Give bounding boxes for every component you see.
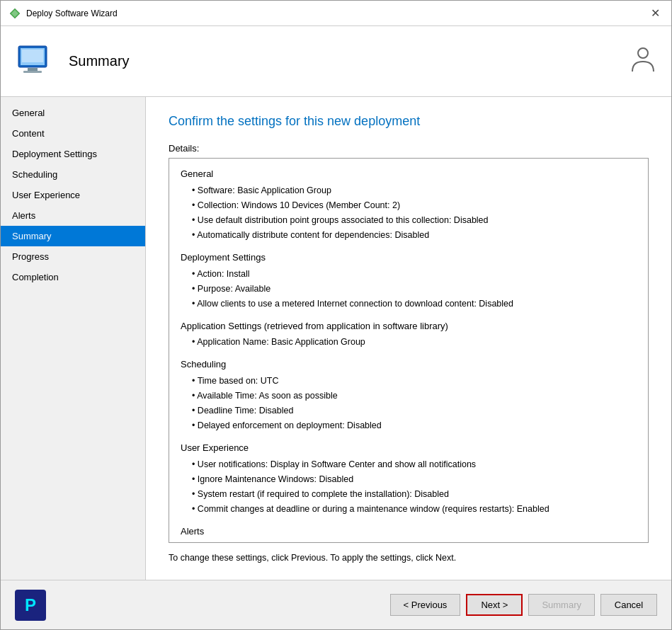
list-item: Application Name: Basic Application Grou… <box>192 335 637 349</box>
list-item: System restart (if required to complete … <box>192 487 637 501</box>
sidebar-item-progress[interactable]: Progress <box>1 246 145 267</box>
sidebar-item-content[interactable]: Content <box>1 123 145 144</box>
list-item: Software: Basic Application Group <box>192 183 637 197</box>
bottom-logo-area: P <box>15 590 46 621</box>
section-list-general: Software: Basic Application Group Collec… <box>181 183 637 242</box>
title-bar-left: Deploy Software Wizard <box>9 8 118 19</box>
list-item: Purpose: Available <box>192 282 637 296</box>
footer-note: To change these settings, click Previous… <box>169 553 649 563</box>
main-title: Confirm the settings for this new deploy… <box>169 114 649 129</box>
svg-rect-4 <box>22 50 43 62</box>
sidebar: General Content Deployment Settings Sche… <box>1 97 146 580</box>
sidebar-item-scheduling[interactable]: Scheduling <box>1 164 145 185</box>
section-title-app-settings: Application Settings (retrieved from app… <box>181 319 637 334</box>
list-item: Available Time: As soon as possible <box>192 389 637 403</box>
section-title-deployment: Deployment Settings <box>181 251 637 265</box>
details-label: Details: <box>169 143 649 154</box>
list-item: Enable System Center Operations Manager … <box>192 541 637 543</box>
section-title-general: General <box>181 167 637 182</box>
list-item: Automatically distribute content for dep… <box>192 228 637 242</box>
list-item: Deadline Time: Disabled <box>192 403 637 418</box>
cancel-button[interactable]: Cancel <box>600 594 657 616</box>
header-area: Summary <box>1 26 671 97</box>
details-box[interactable]: General Software: Basic Application Grou… <box>169 158 649 543</box>
list-item: Ignore Maintenance Windows: Disabled <box>192 472 637 486</box>
svg-point-7 <box>638 48 648 58</box>
bottom-bar: P < Previous Next > Summary Cancel <box>1 580 671 629</box>
list-item: Allow clients to use a metered Internet … <box>192 297 637 311</box>
sidebar-item-user-experience[interactable]: User Experience <box>1 185 145 205</box>
list-item: Action: Install <box>192 267 637 281</box>
section-list-app: Application Name: Basic Application Grou… <box>181 335 637 349</box>
wizard-window: Deploy Software Wizard ✕ Summary <box>0 0 672 630</box>
title-bar-text: Deploy Software Wizard <box>26 8 118 18</box>
section-list-scheduling: Time based on: UTC Available Time: As so… <box>181 374 637 433</box>
sidebar-item-summary[interactable]: Summary <box>1 226 145 246</box>
next-button[interactable]: Next > <box>466 594 523 616</box>
list-item: Collection: Windows 10 Devices (Member C… <box>192 198 637 212</box>
title-bar: Deploy Software Wizard ✕ <box>1 1 671 26</box>
section-title-ux: User Experience <box>181 441 637 456</box>
section-list-deployment: Action: Install Purpose: Available Allow… <box>181 267 637 311</box>
header-left: Summary <box>15 40 130 83</box>
previous-button[interactable]: < Previous <box>390 594 461 616</box>
person-icon <box>629 45 657 79</box>
list-item: Commit changes at deadline or during a m… <box>192 502 637 516</box>
svg-rect-6 <box>23 71 42 73</box>
list-item: Use default distribution point groups as… <box>192 213 637 227</box>
main-content: Confirm the settings for this new deploy… <box>146 97 671 580</box>
summary-button[interactable]: Summary <box>528 594 595 616</box>
section-list-ux: User notifications: Display in Software … <box>181 457 637 516</box>
bottom-buttons: < Previous Next > Summary Cancel <box>390 594 657 616</box>
content-area: General Content Deployment Settings Sche… <box>1 97 671 580</box>
list-item: Time based on: UTC <box>192 374 637 388</box>
header-title: Summary <box>69 53 130 69</box>
app-icon <box>9 8 21 19</box>
sidebar-item-deployment-settings[interactable]: Deployment Settings <box>1 144 145 164</box>
product-logo: P <box>15 590 46 621</box>
section-title-scheduling: Scheduling <box>181 357 637 372</box>
sidebar-item-general[interactable]: General <box>1 103 145 123</box>
section-list-alerts: Enable System Center Operations Manager … <box>181 541 637 543</box>
sidebar-item-completion[interactable]: Completion <box>1 267 145 287</box>
section-title-alerts: Alerts <box>181 525 637 539</box>
sidebar-item-alerts[interactable]: Alerts <box>1 205 145 226</box>
computer-icon <box>15 40 57 83</box>
list-item: Delayed enforcement on deployment: Disab… <box>192 418 637 433</box>
list-item: User notifications: Display in Software … <box>192 457 637 471</box>
svg-rect-5 <box>28 68 38 71</box>
close-button[interactable]: ✕ <box>648 6 663 20</box>
